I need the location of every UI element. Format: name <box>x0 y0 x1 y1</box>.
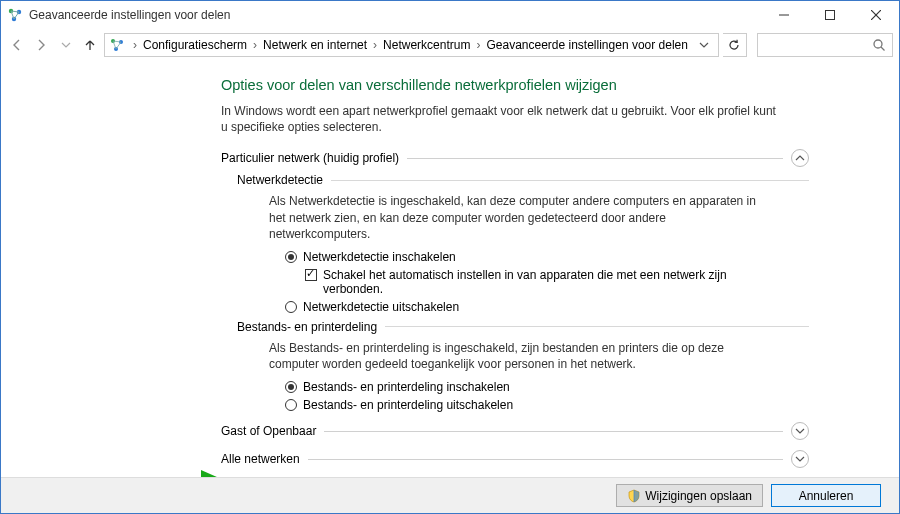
breadcrumb-icon <box>109 37 125 53</box>
shield-icon <box>627 489 641 503</box>
subsection-network-discovery: Netwerkdetectie <box>237 173 809 187</box>
cancel-button[interactable]: Annuleren <box>771 484 881 507</box>
chevron-right-icon: › <box>131 38 139 52</box>
network-discovery-desc: Als Netwerkdetectie is ingeschakeld, kan… <box>269 193 759 242</box>
svg-line-11 <box>881 47 885 51</box>
svg-rect-4 <box>826 11 835 20</box>
chevron-right-icon: › <box>371 38 379 52</box>
annotation-arrow-icon <box>91 466 231 477</box>
page-title: Opties voor delen van verschillende netw… <box>221 77 809 93</box>
search-box[interactable] <box>757 33 893 57</box>
section-guest-label: Gast of Openbaar <box>221 424 324 438</box>
radio-icon <box>285 301 297 313</box>
chevron-down-icon[interactable] <box>791 450 809 468</box>
refresh-button[interactable] <box>723 33 747 57</box>
cancel-button-label: Annuleren <box>799 489 854 503</box>
subsection-label: Netwerkdetectie <box>237 173 331 187</box>
checkbox-nd-auto[interactable]: Schakel het automatisch instellen in van… <box>305 268 765 296</box>
checkbox-label: Schakel het automatisch instellen in van… <box>323 268 765 296</box>
radio-nd-on[interactable]: Netwerkdetectie inschakelen <box>285 250 745 264</box>
radio-icon <box>285 381 297 393</box>
chevron-up-icon[interactable] <box>791 149 809 167</box>
radio-label: Bestands- en printerdeling inschakelen <box>303 380 510 394</box>
svg-marker-13 <box>201 470 226 477</box>
nav-row: › Configuratiescherm › Netwerk en intern… <box>1 29 899 61</box>
radio-label: Netwerkdetectie uitschakelen <box>303 300 459 314</box>
radio-label: Netwerkdetectie inschakelen <box>303 250 456 264</box>
section-guest[interactable]: Gast of Openbaar <box>221 422 809 440</box>
chevron-down-icon[interactable] <box>694 40 714 50</box>
window-title: Geavanceerde instellingen voor delen <box>29 8 761 22</box>
section-all-networks[interactable]: Alle netwerken <box>221 450 809 468</box>
radio-icon <box>285 251 297 263</box>
content-area: Opties voor delen van verschillende netw… <box>1 61 899 477</box>
breadcrumb[interactable]: › Configuratiescherm › Netwerk en intern… <box>104 33 719 57</box>
chevron-down-icon[interactable] <box>791 422 809 440</box>
radio-icon <box>285 399 297 411</box>
page-subtitle: In Windows wordt een apart netwerkprofie… <box>221 103 781 135</box>
breadcrumb-seg-network-center[interactable]: Netwerkcentrum <box>381 38 472 52</box>
file-sharing-desc: Als Bestands- en printerdeling is ingesc… <box>269 340 759 372</box>
recent-dropdown-icon[interactable] <box>56 33 76 57</box>
save-button[interactable]: Wijzigingen opslaan <box>616 484 763 507</box>
chevron-right-icon: › <box>474 38 482 52</box>
maximize-button[interactable] <box>807 1 853 29</box>
back-button[interactable] <box>7 33 27 57</box>
section-private-label: Particulier netwerk (huidig profiel) <box>221 151 407 165</box>
breadcrumb-seg-network-internet[interactable]: Netwerk en internet <box>261 38 369 52</box>
forward-button[interactable] <box>31 33 51 57</box>
breadcrumb-seg-current[interactable]: Geavanceerde instellingen voor delen <box>484 38 689 52</box>
radio-label: Bestands- en printerdeling uitschakelen <box>303 398 513 412</box>
svg-point-10 <box>874 40 882 48</box>
breadcrumb-seg-control-panel[interactable]: Configuratiescherm <box>141 38 249 52</box>
up-button[interactable] <box>80 33 100 57</box>
subsection-file-sharing: Bestands- en printerdeling <box>237 320 809 334</box>
section-private[interactable]: Particulier netwerk (huidig profiel) <box>221 149 809 167</box>
save-button-label: Wijzigingen opslaan <box>645 489 752 503</box>
app-icon <box>7 7 23 23</box>
checkbox-icon <box>305 269 317 281</box>
section-all-label: Alle netwerken <box>221 452 308 466</box>
radio-fs-off[interactable]: Bestands- en printerdeling uitschakelen <box>285 398 745 412</box>
search-icon <box>872 38 886 52</box>
minimize-button[interactable] <box>761 1 807 29</box>
footer: Wijzigingen opslaan Annuleren <box>1 477 899 513</box>
radio-nd-off[interactable]: Netwerkdetectie uitschakelen <box>285 300 745 314</box>
radio-fs-on[interactable]: Bestands- en printerdeling inschakelen <box>285 380 745 394</box>
chevron-right-icon: › <box>251 38 259 52</box>
title-bar: Geavanceerde instellingen voor delen <box>1 1 899 29</box>
subsection-label: Bestands- en printerdeling <box>237 320 385 334</box>
close-button[interactable] <box>853 1 899 29</box>
